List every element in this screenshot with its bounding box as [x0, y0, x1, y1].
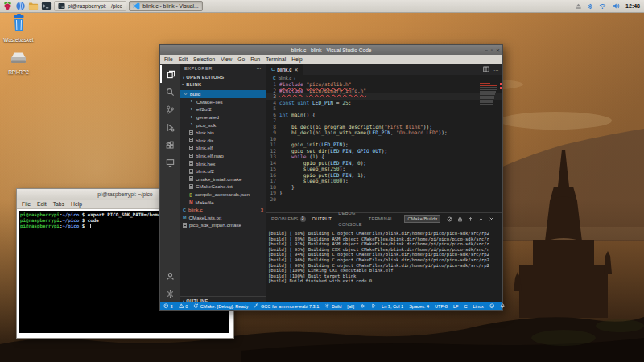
code-line-20: 20	[266, 196, 502, 203]
status-label: 0	[185, 304, 188, 309]
explorer-item-CMakeFiles[interactable]: ›CMakeFiles	[180, 98, 266, 106]
status-bell[interactable]	[500, 303, 506, 309]
workspace-root[interactable]: ›BLINK	[180, 81, 266, 89]
run-debug-icon[interactable]	[160, 118, 180, 136]
more-actions-icon[interactable]: ⋯	[257, 66, 262, 71]
explorer-item-build[interactable]: ›build	[180, 90, 266, 98]
status-lf[interactable]: LF	[453, 304, 459, 309]
maximize-icon[interactable]: ▫	[491, 47, 493, 52]
explorer-item-blink.c[interactable]: Cblink.c3	[180, 206, 266, 214]
panel-tab-problems[interactable]: PROBLEMS3	[271, 213, 306, 224]
status-all[interactable]: [all]	[347, 304, 354, 309]
sync-icon	[193, 303, 199, 309]
menu-file[interactable]: File	[164, 56, 173, 62]
settings-gear-icon[interactable]	[160, 285, 180, 302]
explorer-item-blink.elf.map[interactable]: blink.elf.map	[180, 152, 266, 160]
menu-help[interactable]: Help	[291, 56, 303, 62]
panel-tab-debug-console[interactable]: DEBUG CONSOLE	[338, 213, 361, 224]
file-icon	[189, 169, 193, 174]
explorer-item-CMakeLists.txt[interactable]: MCMakeLists.txt	[180, 214, 266, 222]
output-log[interactable]: [build] [ 88%] Building C object CMakeFi…	[268, 231, 501, 302]
close-icon[interactable]: ✕	[496, 47, 500, 53]
remote-explorer-icon[interactable]	[160, 154, 180, 171]
menu-selection[interactable]: Selection	[193, 56, 215, 62]
menu-edit[interactable]: Edit	[179, 56, 188, 62]
chevup-icon[interactable]	[478, 216, 484, 222]
explorer-item-blink.uf2[interactable]: blink.uf2	[180, 167, 266, 175]
taskbar-window-terminal[interactable]: pi@raspberrypi: ~/pico	[54, 1, 126, 11]
extensions-icon[interactable]	[160, 136, 180, 154]
minimap[interactable]	[480, 83, 499, 109]
explorer-item-pico_sdk_import.cmake[interactable]: pico_sdk_import.cmake	[180, 221, 266, 229]
minimize-icon[interactable]: –	[485, 47, 487, 52]
vscode-titlebar[interactable]: blink.c - blink - Visual Studio Code – ▫…	[160, 45, 502, 55]
terminal-launcher-icon[interactable]	[41, 1, 52, 11]
close-tab-icon[interactable]: ✕	[294, 67, 298, 72]
file-manager-icon[interactable]	[28, 1, 39, 11]
menu-file[interactable]: File	[22, 201, 31, 207]
status-spaces-4[interactable]: Spaces: 4	[409, 304, 429, 309]
explorer-item-Makefile[interactable]: MMakefile	[180, 198, 266, 206]
menu-help[interactable]: Help	[71, 201, 82, 207]
desktop-icon-rpi-rp2[interactable]: RPI-RP2	[0, 51, 41, 75]
eject-icon[interactable]	[575, 2, 582, 10]
menu-run[interactable]: Run	[250, 56, 260, 62]
status-gcc-for-arm-none-eabi-7-3-1[interactable]: GCC for arm-none-eabi 7.3.1	[254, 303, 319, 309]
status-smiley[interactable]	[489, 303, 495, 309]
breadcrumb[interactable]: C blink.c ›	[266, 75, 502, 81]
explorer-item-blink.hex[interactable]: blink.hex	[180, 159, 266, 167]
menu-terminal[interactable]: Terminal	[266, 56, 286, 62]
explorer-item-pico_sdk[interactable]: ›pico_sdk	[180, 121, 266, 129]
panel-tab-output[interactable]: OUTPUT	[312, 213, 332, 224]
status-0[interactable]: 0	[179, 303, 188, 309]
panel-tabbar: PROBLEMS3OUTPUTDEBUG CONSOLETERMINALCMak…	[266, 213, 502, 224]
status-label: UTF-8	[435, 304, 448, 309]
wifi-icon[interactable]	[598, 2, 607, 10]
explorer-item-generated[interactable]: ›generated	[180, 113, 266, 121]
browser-globe-icon[interactable]	[15, 1, 26, 11]
bluetooth-icon[interactable]	[587, 2, 593, 10]
menu-go[interactable]: Go	[237, 56, 245, 62]
volume-icon[interactable]	[612, 2, 621, 10]
source-control-icon[interactable]	[160, 101, 180, 118]
clear-icon[interactable]	[447, 216, 452, 222]
explorer-item-blink.bin[interactable]: blink.bin	[180, 129, 266, 137]
more-actions-icon[interactable]: ⋯	[493, 67, 498, 72]
status-3[interactable]: 3	[163, 303, 173, 309]
menu-tabs[interactable]: Tabs	[53, 201, 64, 207]
status-c[interactable]: C	[464, 304, 467, 309]
status-cmake-debug-ready[interactable]: CMake: [Debug]: Ready	[193, 303, 248, 309]
taskbar-window-vscode[interactable]: blink.c - blink - Visual...	[129, 1, 202, 11]
code-line-2: 2#include "pico/binary_info.h"	[266, 88, 502, 94]
close-icon[interactable]	[489, 216, 494, 222]
explorer-item-compile_commands.json[interactable]: {}compile_commands.json	[180, 191, 266, 199]
vscode-window: blink.c - blink - Visual Studio Code – ▫…	[159, 44, 503, 311]
account-icon[interactable]	[160, 267, 180, 285]
status-bug[interactable]	[360, 303, 365, 309]
explorer-item-blink.dis[interactable]: blink.dis	[180, 137, 266, 145]
menu-edit[interactable]: Edit	[37, 201, 47, 207]
open-editors-section[interactable]: ›OPEN EDITORS	[180, 73, 266, 81]
status-linux[interactable]: Linux	[473, 304, 483, 309]
explorer-item-cmake_install.cmake[interactable]: cmake_install.cmake	[180, 175, 266, 183]
menu-view[interactable]: View	[221, 56, 232, 62]
status-play[interactable]	[371, 303, 377, 309]
desktop-icon-wastebasket[interactable]: Wastebasket	[0, 14, 41, 43]
raspberry-menu-icon[interactable]	[2, 1, 13, 11]
output-channel-select[interactable]: CMake/Build▾	[404, 215, 440, 223]
split-editor-icon[interactable]	[483, 66, 489, 72]
clock[interactable]: 12:48	[625, 3, 640, 9]
explorer-item-elf2uf2[interactable]: ›elf2uf2	[180, 105, 266, 113]
lock-icon[interactable]	[457, 216, 463, 222]
code-editor[interactable]: 1#include "pico/stdlib.h"2#include "pico…	[266, 81, 502, 212]
status-ln-3-col-1[interactable]: Ln 3, Col 1	[382, 304, 403, 309]
status-utf-8[interactable]: UTF-8	[435, 304, 448, 309]
tab-blink-c[interactable]: C blink.c ✕	[266, 64, 304, 75]
status-build[interactable]: Build	[324, 303, 341, 309]
explorer-item-CMakeCache.txt[interactable]: CMakeCache.txt	[180, 183, 266, 191]
explorer-icon[interactable]	[160, 65, 180, 83]
search-icon[interactable]	[160, 83, 180, 101]
explorer-item-blink.elf[interactable]: blink.elf	[180, 144, 266, 152]
panel-tab-terminal[interactable]: TERMINAL	[369, 213, 394, 224]
uparrow-icon[interactable]	[468, 216, 473, 222]
